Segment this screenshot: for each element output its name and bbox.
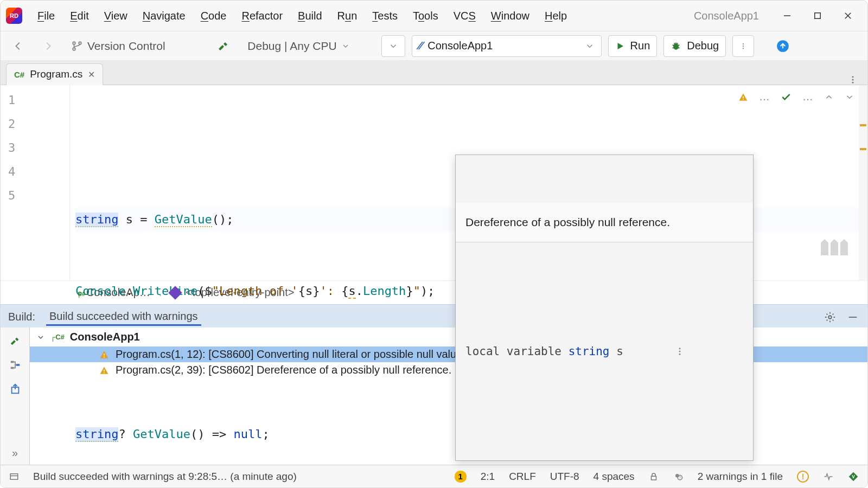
build-hammer-button[interactable] [9, 335, 21, 347]
line-number: 5 [1, 184, 69, 208]
code-token: s = [118, 213, 154, 226]
window-title: ConsoleApp1 [694, 10, 759, 22]
version-control-button[interactable]: Version Control [66, 35, 171, 57]
code-token: WriteLine [133, 284, 197, 298]
svg-rect-20 [16, 364, 19, 366]
svg-point-5 [743, 43, 744, 44]
tab-label: Program.cs [30, 68, 82, 80]
nav-forward-button[interactable] [36, 35, 59, 57]
tooltip-more-button[interactable] [675, 299, 743, 404]
debug-button[interactable]: Debug [663, 35, 726, 57]
nav-back-button[interactable] [7, 35, 30, 57]
next-highlight-button[interactable] [845, 92, 854, 102]
menu-help[interactable]: Help [538, 8, 573, 24]
build-header-label: Build: [8, 311, 35, 323]
hammer-icon [9, 335, 21, 347]
line-number: 1 [1, 88, 69, 112]
svg-rect-15 [743, 96, 744, 98]
menu-tools[interactable]: Tools [406, 8, 445, 24]
run-target-label: ConsoleApp1 [427, 40, 493, 52]
line-number-gutter: 1 2 3 4 5 [1, 85, 70, 280]
run-button[interactable]: Run [608, 35, 658, 57]
debug-label: Debug [687, 40, 719, 52]
menu-view[interactable]: View [98, 8, 134, 24]
code-token: ($ [197, 284, 212, 298]
inspection-tooltip: Dereference of a possibly null reference… [455, 155, 754, 461]
error-stripe[interactable] [859, 85, 867, 280]
code-token: GetValue [133, 427, 190, 441]
menu-build[interactable]: Build [291, 8, 328, 24]
code-token: string [75, 427, 118, 442]
menu-bar: File Edit View Navigate Code Refactor Bu… [1, 1, 867, 31]
tooltip-var: s [610, 339, 623, 363]
tab-more-button[interactable] [838, 75, 867, 85]
chevron-down-icon [341, 42, 350, 50]
code-token: { [341, 284, 348, 298]
pencils-icon[interactable] [821, 239, 848, 255]
tab-close-button[interactable]: ✕ [88, 69, 95, 80]
code-area[interactable]: string s = GetValue(); Console.WriteLine… [70, 85, 867, 280]
svg-point-12 [679, 348, 680, 349]
build-hammer-button[interactable] [212, 35, 235, 57]
run-label: Run [630, 40, 650, 52]
build-more-label[interactable]: » [12, 447, 18, 459]
code-token: () => [190, 427, 233, 441]
sync-up-icon [776, 39, 790, 53]
csharp-icon: C# [14, 70, 24, 79]
menu-tests[interactable]: Tests [366, 8, 404, 24]
svg-rect-0 [815, 13, 821, 19]
svg-point-9 [852, 76, 854, 78]
svg-point-11 [852, 82, 854, 84]
svg-point-6 [743, 45, 744, 46]
more-vertical-icon [848, 75, 858, 85]
menu-code[interactable]: Code [194, 8, 233, 24]
status-window-icon[interactable] [9, 472, 19, 481]
code-token: Length [363, 284, 406, 298]
code-token: string [75, 213, 118, 227]
menu-refactor[interactable]: Refactor [235, 8, 289, 24]
prev-highlight-button[interactable] [824, 92, 834, 102]
editor-tabs: C# Program.cs ✕ [1, 60, 867, 85]
menu-navigate[interactable]: Navigate [136, 8, 192, 24]
hammer-icon [217, 40, 230, 53]
code-token: "Length of ' [212, 284, 298, 298]
more-actions-button[interactable] [732, 35, 754, 57]
code-token: ; [262, 427, 269, 441]
menu-edit[interactable]: Edit [63, 8, 95, 24]
svg-point-1 [73, 42, 75, 44]
run-target-selector[interactable]: ⁄⁄ ConsoleApp1 [412, 35, 602, 57]
svg-rect-16 [743, 99, 744, 100]
build-export-button[interactable] [9, 383, 21, 395]
code-token: } [406, 284, 413, 298]
menu-file[interactable]: File [31, 8, 61, 24]
config-selector[interactable]: Debug | Any CPU [242, 35, 355, 57]
code-with-me-button[interactable] [770, 35, 795, 57]
dotnet-icon: ⁄⁄ [419, 40, 423, 52]
menu-window[interactable]: Window [484, 8, 536, 24]
menu-vcs[interactable]: VCS [447, 8, 482, 24]
window-maximize-button[interactable] [803, 1, 832, 31]
branch-icon [71, 40, 83, 52]
code-token: GetValue [155, 213, 212, 227]
window-minimize-button[interactable] [773, 1, 801, 31]
svg-point-3 [79, 42, 81, 44]
bug-icon [671, 41, 681, 52]
ok-indicator[interactable] [781, 92, 792, 102]
main-toolbar: Version Control Debug | Any CPU ⁄⁄ Conso… [1, 31, 867, 60]
svg-point-7 [743, 47, 744, 48]
code-token: (); [212, 213, 234, 226]
svg-point-13 [679, 351, 680, 352]
build-tree-button[interactable] [9, 359, 21, 371]
code-editor[interactable]: 1 2 3 4 5 string s = GetValue(); Console… [1, 85, 867, 280]
tab-program-cs[interactable]: C# Program.cs ✕ [6, 63, 103, 85]
csharp-project-icon: ┌C# [50, 333, 65, 341]
more-vertical-icon [675, 346, 685, 356]
line-number: 3 [1, 136, 69, 160]
window-close-button[interactable] [834, 1, 862, 31]
tooltip-title: Dereference of a possibly null reference… [456, 203, 753, 242]
warnings-indicator[interactable] [738, 92, 748, 102]
more-vertical-icon [739, 41, 747, 51]
code-token: null [233, 427, 262, 441]
run-target-dropdown-button[interactable] [381, 35, 405, 57]
menu-run[interactable]: Run [331, 8, 364, 24]
